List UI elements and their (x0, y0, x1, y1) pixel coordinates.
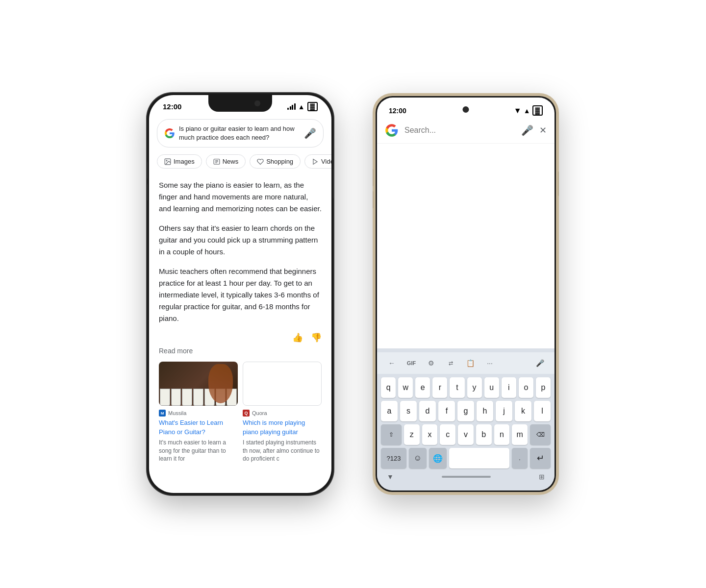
key-s[interactable]: s (400, 401, 417, 421)
key-w[interactable]: w (398, 377, 413, 398)
article-card-1[interactable]: M Mussila What's Easier to Learn Piano o… (159, 362, 238, 463)
tab-shopping[interactable]: Shopping (250, 154, 301, 169)
svg-marker-6 (313, 159, 317, 165)
key-a[interactable]: a (381, 401, 398, 421)
tab-images[interactable]: Images (157, 154, 202, 169)
article-2-source-row: Q Quora (243, 410, 322, 416)
key-o[interactable]: o (519, 377, 533, 398)
iphone-status-icons: ▲ ▓ (287, 102, 318, 111)
android-search-row[interactable]: 🎤 ✕ (377, 120, 555, 144)
key-emoji[interactable]: ☺ (409, 448, 427, 468)
videos-tab-icon (312, 158, 319, 165)
android-battery-icon: ▓ (532, 105, 543, 116)
android-keyboard[interactable]: ← GIF ⚙ ⇄ 📋 ··· 🎤 q w e r (377, 348, 555, 490)
keyboard-collapse-icon[interactable]: ▼ (387, 473, 394, 481)
read-more-link[interactable]: Read more (159, 347, 322, 355)
thumbs-down-icon[interactable]: 👎 (311, 332, 322, 343)
iphone-search-text: Is piano or guitar easier to learn and h… (179, 124, 300, 142)
key-j[interactable]: j (496, 401, 512, 421)
article-1-source: Mussila (168, 410, 186, 416)
key-b[interactable]: b (476, 424, 492, 445)
article-image-1 (159, 362, 238, 406)
key-u[interactable]: u (484, 377, 499, 398)
key-globe[interactable]: 🌐 (429, 448, 447, 468)
tab-videos[interactable]: Videos (304, 154, 331, 169)
key-h[interactable]: h (477, 401, 493, 421)
mussila-icon: M (159, 410, 166, 416)
key-space[interactable] (449, 448, 509, 468)
key-k[interactable]: k (515, 401, 531, 421)
android-home-indicator (442, 476, 491, 478)
tab-images-label: Images (174, 158, 195, 165)
android-device: 12:00 ▼ ▲ ▓ (373, 93, 559, 495)
key-e[interactable]: e (415, 377, 430, 398)
keyboard-gif-btn[interactable]: GIF (403, 355, 420, 371)
content-paragraph-1: Some say the piano is easier to learn, a… (159, 179, 322, 215)
wifi-icon: ▲ (298, 103, 305, 111)
svg-point-1 (166, 160, 167, 161)
android-inner: 12:00 ▼ ▲ ▓ (376, 96, 556, 492)
key-x[interactable]: x (422, 424, 438, 445)
keyboard-mic-btn[interactable]: 🎤 (531, 355, 549, 371)
keyboard-row-2: a s d f g h j k l (377, 399, 555, 423)
article-1-snippet: It's much easier to learn a song for the… (159, 439, 238, 463)
keyboard-settings-btn[interactable]: ⚙ (422, 355, 440, 371)
article-card-2[interactable]: Q Quora Which is more playing piano play… (243, 362, 322, 463)
android-time: 12:00 (389, 107, 406, 115)
keyboard-row-1: q w e r t y u i o p (377, 376, 555, 399)
android-vol-down-btn (373, 191, 374, 208)
key-p[interactable]: p (536, 377, 551, 398)
content-paragraph-3: Music teachers often recommend that begi… (159, 266, 322, 324)
battery-icon: ▓ (307, 102, 318, 111)
key-z[interactable]: z (404, 424, 420, 445)
android-wifi-icon: ▼ (514, 106, 522, 115)
key-enter[interactable]: ↵ (530, 448, 551, 468)
tab-videos-label: Videos (321, 158, 331, 165)
key-i[interactable]: i (502, 377, 516, 398)
key-delete[interactable]: ⌫ (530, 424, 551, 445)
android-mic-icon[interactable]: 🎤 (521, 124, 533, 136)
keyboard-clipboard-btn[interactable]: 📋 (461, 355, 479, 371)
key-t[interactable]: t (450, 377, 464, 398)
key-l[interactable]: l (534, 401, 551, 421)
keyboard-grid-icon[interactable]: ⊞ (539, 473, 545, 481)
key-symbols[interactable]: ?123 (381, 448, 406, 468)
article-2-title[interactable]: Which is more playing piano playing guit… (243, 418, 322, 436)
iphone-screen: 12:00 ▲ ▓ (149, 95, 331, 493)
article-2-snippet: I started playing instruments th now, af… (243, 439, 322, 463)
keyboard-more-btn[interactable]: ··· (481, 355, 499, 371)
iphone-camera (254, 100, 260, 106)
content-paragraph-2: Others say that it's easier to learn cho… (159, 222, 322, 258)
iphone-search-bar[interactable]: Is piano or guitar easier to learn and h… (157, 119, 324, 147)
android-close-icon[interactable]: ✕ (539, 125, 547, 136)
key-f[interactable]: f (438, 401, 455, 421)
android-search-input[interactable] (404, 126, 515, 135)
key-v[interactable]: v (458, 424, 474, 445)
keyboard-translate-btn[interactable]: ⇄ (442, 355, 459, 371)
key-r[interactable]: r (432, 377, 447, 398)
android-screen: 12:00 ▼ ▲ ▓ (377, 98, 555, 490)
quora-icon: Q (243, 410, 250, 416)
thumbs-up-icon[interactable]: 👍 (292, 332, 303, 343)
phones-container: 12:00 ▲ ▓ (118, 64, 588, 524)
key-c[interactable]: c (440, 424, 455, 445)
tab-news[interactable]: News (206, 154, 246, 169)
iphone-volume-down-btn (147, 184, 148, 201)
tab-news-label: News (223, 158, 239, 165)
key-y[interactable]: y (467, 377, 482, 398)
iphone-filter-tabs: Images News Shopping (149, 151, 331, 172)
key-period[interactable]: . (512, 448, 528, 468)
iphone-volume-up-btn (147, 162, 148, 179)
key-d[interactable]: d (419, 401, 436, 421)
key-n[interactable]: n (494, 424, 510, 445)
key-g[interactable]: g (457, 401, 474, 421)
keyboard-back-btn[interactable]: ← (383, 355, 401, 371)
key-shift[interactable]: ⇧ (381, 424, 402, 445)
key-m[interactable]: m (512, 424, 528, 445)
iphone-mic-icon[interactable]: 🎤 (304, 127, 316, 139)
android-google-logo-icon (385, 123, 399, 137)
signal-bars-icon (287, 103, 296, 110)
images-tab-icon (164, 158, 171, 165)
article-1-title[interactable]: What's Easier to Learn Piano or Guitar? (159, 418, 238, 436)
key-q[interactable]: q (381, 377, 396, 398)
